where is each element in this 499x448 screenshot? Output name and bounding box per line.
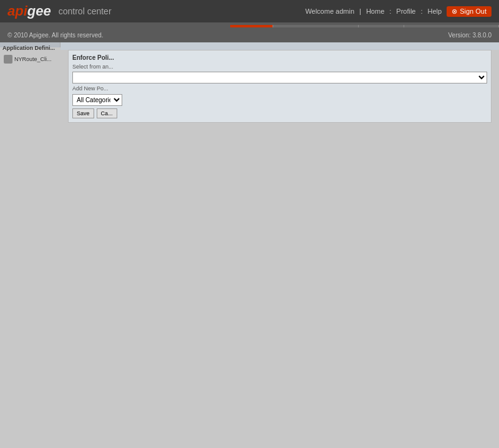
add-label: Add New Po... [72, 85, 487, 92]
enforce-title: Enforce Poli... [72, 54, 487, 61]
save-button-panel[interactable]: Save [72, 108, 94, 118]
welcome-text: Welcome admin [305, 7, 354, 15]
logo: apigee [7, 3, 51, 19]
route-icon [4, 55, 12, 64]
left-panel-title: Application Defini... [2, 45, 57, 51]
left-panel: Application Defini... NYRoute_Cli... [0, 42, 61, 47]
help-link[interactable]: Help [428, 7, 442, 15]
category-select[interactable]: All Categories [72, 94, 122, 106]
product-name: control center [59, 6, 112, 16]
route-label: NYRoute_Cli... [14, 56, 52, 62]
profile-link[interactable]: Profile [396, 7, 415, 15]
select-label: Select from an... [72, 64, 487, 70]
cancel-button-panel[interactable]: Ca... [97, 108, 117, 118]
policy-select[interactable] [72, 72, 487, 83]
center-panel: Enforce Poli... Select from an... Add Ne… [61, 42, 499, 50]
sign-out-button[interactable]: ⊗ Sign Out [447, 6, 492, 17]
left-panel-item[interactable]: NYRoute_Cli... [2, 54, 57, 65]
home-link[interactable]: Home [366, 7, 384, 15]
sign-out-icon: ⊗ [452, 7, 457, 16]
version-text: Version: 3.8.0.0 [448, 32, 492, 39]
copyright-text: © 2010 Apigee. All rights reserved. [7, 32, 104, 39]
